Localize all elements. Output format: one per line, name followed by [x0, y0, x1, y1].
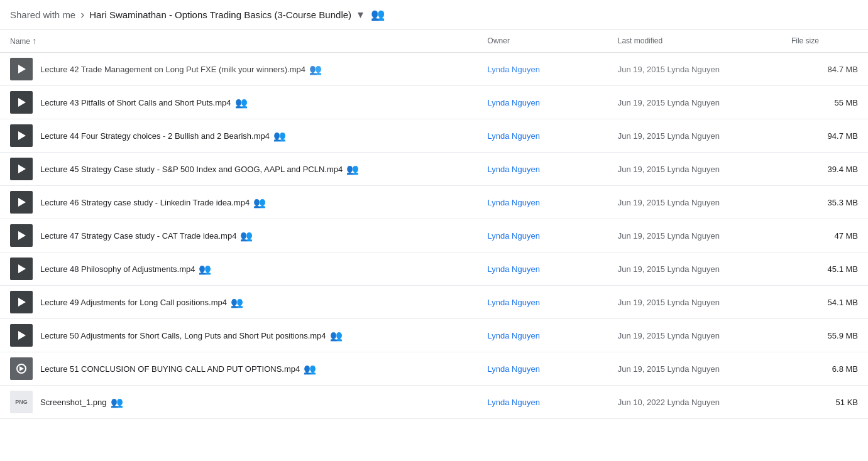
video-file-icon — [10, 191, 33, 214]
file-owner[interactable]: Lynda Nguyen — [478, 286, 608, 319]
video-file-icon — [10, 158, 33, 180]
video-file-icon — [10, 258, 33, 280]
file-name-text: Lecture 50 Adjustments for Short Calls, … — [40, 330, 343, 342]
modified-by: Lynda Nguyen — [667, 198, 720, 207]
file-name-cell: Lecture 42 Trade Management on Long Put … — [0, 53, 478, 86]
shared-icon: 👥 — [111, 396, 123, 408]
col-header-modified: Last modified — [608, 30, 781, 53]
shared-icon: 👥 — [304, 363, 316, 375]
file-size: 84.7 MB — [781, 53, 868, 86]
modified-by: Lynda Nguyen — [667, 398, 720, 407]
file-name-cell: Lecture 48 Philosophy of Adjustments.mp4… — [0, 252, 478, 286]
modified-date: Jun 19, 2015 — [618, 364, 665, 374]
modified-date: Jun 19, 2015 — [618, 231, 665, 241]
file-name-cell: Lecture 51 CONCLUSION OF BUYING CALL AND… — [0, 352, 478, 386]
file-owner[interactable]: Lynda Nguyen — [478, 119, 608, 153]
table-row[interactable]: Lecture 44 Four Strategy choices - 2 Bul… — [0, 119, 868, 153]
col-header-name[interactable]: Name ↑ — [0, 30, 478, 53]
table-row[interactable]: Lecture 45 Strategy Case study - S&P 500… — [0, 153, 868, 186]
file-owner[interactable]: Lynda Nguyen — [478, 153, 608, 186]
table-row[interactable]: Lecture 42 Trade Management on Long Put … — [0, 53, 868, 86]
breadcrumb-separator: › — [80, 8, 84, 21]
file-name-cell: Lecture 47 Strategy Case study - CAT Tra… — [0, 219, 478, 252]
table-row[interactable]: Lecture 46 Strategy case study - Linkedi… — [0, 186, 868, 219]
shared-icon: 👥 — [309, 63, 322, 75]
video-file-icon — [10, 291, 33, 313]
file-modified: Jun 19, 2015 Lynda Nguyen — [608, 219, 781, 252]
modified-date: Jun 19, 2015 — [618, 165, 665, 174]
file-name-cell: Lecture 50 Adjustments for Short Calls, … — [0, 319, 478, 352]
modified-date: Jun 19, 2015 — [618, 198, 665, 207]
file-size: 35.3 MB — [781, 186, 868, 219]
file-size: 54.1 MB — [781, 286, 868, 319]
modified-by: Lynda Nguyen — [667, 231, 720, 241]
breadcrumb-folder-name: Hari Swaminathan - Options Trading Basic… — [89, 9, 351, 20]
table-row[interactable]: Lecture 49 Adjustments for Long Call pos… — [0, 286, 868, 319]
file-modified: Jun 19, 2015 Lynda Nguyen — [608, 286, 781, 319]
shared-icon: 👥 — [231, 296, 243, 308]
modified-date: Jun 19, 2015 — [618, 298, 665, 307]
shared-icon: 👥 — [253, 197, 266, 209]
modified-date: Jun 19, 2015 — [618, 264, 665, 274]
file-name-text: Lecture 45 Strategy Case study - S&P 500… — [40, 163, 359, 175]
file-modified: Jun 19, 2015 Lynda Nguyen — [608, 119, 781, 153]
file-modified: Jun 19, 2015 Lynda Nguyen — [608, 186, 781, 219]
table-row[interactable]: Lecture 43 Pitfalls of Short Calls and S… — [0, 86, 868, 119]
file-name-cell: Lecture 43 Pitfalls of Short Calls and S… — [0, 86, 478, 119]
modified-by: Lynda Nguyen — [667, 298, 720, 307]
modified-by: Lynda Nguyen — [667, 131, 720, 141]
table-row[interactable]: Lecture 51 CONCLUSION OF BUYING CALL AND… — [0, 352, 868, 386]
file-modified: Jun 19, 2015 Lynda Nguyen — [608, 53, 781, 86]
file-name-text: Lecture 48 Philosophy of Adjustments.mp4… — [40, 263, 211, 275]
file-owner[interactable]: Lynda Nguyen — [478, 352, 608, 386]
file-modified: Jun 19, 2015 Lynda Nguyen — [608, 86, 781, 119]
table-row[interactable]: PNG Screenshot_1.png 👥 Lynda Nguyen Jun … — [0, 386, 868, 419]
file-table: Name ↑ Owner Last modified File size Lec… — [0, 30, 868, 419]
file-size: 55 MB — [781, 86, 868, 119]
file-owner[interactable]: Lynda Nguyen — [478, 53, 608, 86]
file-owner[interactable]: Lynda Nguyen — [478, 186, 608, 219]
file-size: 39.4 MB — [781, 153, 868, 186]
file-owner[interactable]: Lynda Nguyen — [478, 86, 608, 119]
breadcrumb-people-icon[interactable]: 👥 — [371, 8, 385, 21]
file-size: 51 KB — [781, 386, 868, 419]
file-name-text: Screenshot_1.png 👥 — [40, 396, 123, 408]
modified-by: Lynda Nguyen — [667, 331, 720, 340]
video-file-icon — [10, 91, 33, 114]
file-size: 55.9 MB — [781, 319, 868, 352]
file-owner[interactable]: Lynda Nguyen — [478, 319, 608, 352]
file-owner[interactable]: Lynda Nguyen — [478, 386, 608, 419]
file-modified: Jun 10, 2022 Lynda Nguyen — [608, 386, 781, 419]
file-modified: Jun 19, 2015 Lynda Nguyen — [608, 352, 781, 386]
modified-date: Jun 19, 2015 — [618, 331, 665, 340]
shared-icon: 👥 — [330, 330, 343, 342]
video-file-icon — [10, 58, 33, 80]
table-row[interactable]: Lecture 50 Adjustments for Short Calls, … — [0, 319, 868, 352]
file-modified: Jun 19, 2015 Lynda Nguyen — [608, 319, 781, 352]
file-name-cell: Lecture 46 Strategy case study - Linkedi… — [0, 186, 478, 219]
col-header-owner: Owner — [478, 30, 608, 53]
table-row[interactable]: Lecture 48 Philosophy of Adjustments.mp4… — [0, 252, 868, 286]
file-owner[interactable]: Lynda Nguyen — [478, 252, 608, 286]
shared-icon: 👥 — [273, 130, 286, 142]
shared-icon: 👥 — [240, 230, 253, 242]
table-row[interactable]: Lecture 47 Strategy Case study - CAT Tra… — [0, 219, 868, 252]
shared-icon: 👥 — [346, 163, 359, 175]
file-name-cell: PNG Screenshot_1.png 👥 — [0, 386, 478, 419]
file-name-text: Lecture 46 Strategy case study - Linkedi… — [40, 197, 266, 209]
file-name-text: Lecture 42 Trade Management on Long Put … — [40, 63, 322, 75]
breadcrumb: Shared with me › Hari Swaminathan - Opti… — [0, 0, 868, 30]
file-size: 47 MB — [781, 219, 868, 252]
col-header-size: File size — [781, 30, 868, 53]
png-file-icon: PNG — [10, 391, 33, 413]
file-modified: Jun 19, 2015 Lynda Nguyen — [608, 153, 781, 186]
file-name-cell: Lecture 44 Four Strategy choices - 2 Bul… — [0, 119, 478, 153]
shared-icon: 👥 — [199, 263, 211, 275]
video-file-icon — [10, 357, 33, 380]
file-size: 6.8 MB — [781, 352, 868, 386]
shared-with-me-link[interactable]: Shared with me — [10, 9, 75, 20]
file-name-text: Lecture 49 Adjustments for Long Call pos… — [40, 296, 243, 308]
breadcrumb-dropdown-icon[interactable]: ▾ — [358, 8, 363, 21]
file-owner[interactable]: Lynda Nguyen — [478, 219, 608, 252]
modified-date: Jun 19, 2015 — [618, 131, 665, 141]
